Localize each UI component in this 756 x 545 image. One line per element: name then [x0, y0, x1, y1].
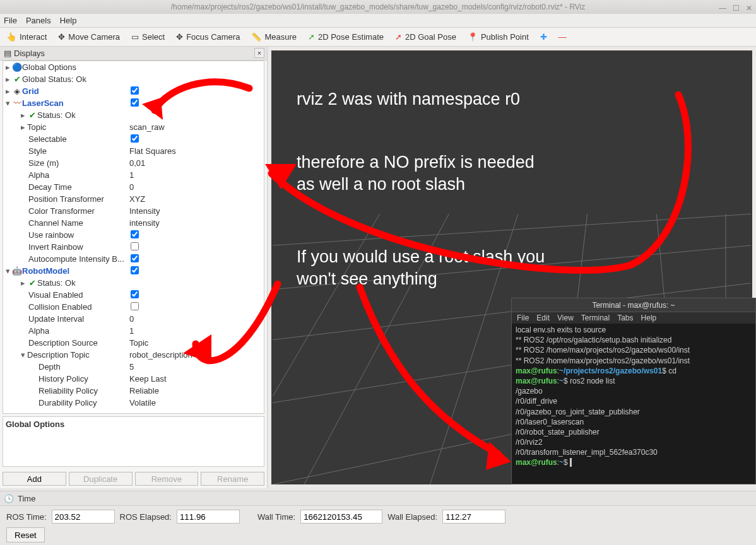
annotation-1: rviz 2 was with namespace r0 — [297, 88, 520, 110]
ros-elapsed-input[interactable] — [177, 510, 240, 524]
tree-laserscan[interactable]: ▾〰LaserScan — [3, 97, 264, 109]
term-menu-file[interactable]: File — [517, 314, 529, 322]
tree-ls-topic[interactable]: ▸Topicscan_raw — [3, 121, 264, 133]
tree-ls-style[interactable]: StyleFlat Squares — [3, 145, 264, 157]
term-menu-tabs[interactable]: Tabs — [617, 314, 633, 322]
tree-rm-update[interactable]: Update Interval0 — [3, 313, 264, 325]
menu-panels[interactable]: Panels — [26, 16, 51, 25]
tree-robotmodel[interactable]: ▾🤖RobotModel — [3, 265, 264, 277]
tree-ls-size[interactable]: Size (m)0,01 — [3, 157, 264, 169]
displays-header: ▤ Displays × — [0, 47, 267, 61]
term-menu-view[interactable]: View — [557, 314, 574, 322]
tree-global-options[interactable]: ▸🔵Global Options — [3, 61, 264, 73]
toolbar: 👆Interact ✥Move Camera ▭Select ✥Focus Ca… — [0, 28, 756, 47]
arrow-red-icon: ➚ — [395, 32, 402, 42]
tree-rm-reliability[interactable]: Reliability PolicyReliable — [3, 385, 264, 397]
visual-checkbox[interactable] — [131, 290, 139, 298]
tree-ls-invert[interactable]: Invert Rainbow — [3, 241, 264, 253]
tree-rm-durability[interactable]: Durability PolicyVolatile — [3, 397, 264, 409]
tree-ls-selectable[interactable]: Selectable — [3, 133, 264, 145]
displays-icon: ▤ — [4, 49, 11, 58]
remove-tool-button[interactable]: — — [558, 32, 567, 42]
ros-time-input[interactable] — [52, 510, 115, 524]
tree-ls-status[interactable]: ▸✔Status: Ok — [3, 109, 264, 121]
term-menu-edit[interactable]: Edit — [536, 314, 550, 322]
focus-icon: ✥ — [176, 32, 183, 42]
menubar: File Panels Help — [0, 14, 756, 28]
add-button[interactable]: Add — [3, 472, 66, 486]
terminal-window[interactable]: Terminal - max@rufus: ~ File Edit View T… — [511, 298, 756, 484]
remove-button[interactable]: Remove — [135, 472, 199, 486]
tree-rm-status[interactable]: ▸✔Status: Ok — [3, 277, 264, 289]
tree-ls-decay[interactable]: Decay Time0 — [3, 181, 264, 193]
tree-rm-topic[interactable]: ▾Description Topicrobot_description — [3, 349, 264, 361]
tree-rm-collision[interactable]: Collision Enabled — [3, 301, 264, 313]
tree-grid[interactable]: ▸◈Grid — [3, 85, 264, 97]
tree-rm-history[interactable]: History PolicyKeep Last — [3, 373, 264, 385]
reset-button[interactable]: Reset — [6, 527, 45, 542]
term-menu-terminal[interactable]: Terminal — [581, 314, 610, 322]
publish-point-button[interactable]: 📍Publish Point — [468, 32, 529, 42]
pin-icon: 📍 — [468, 32, 478, 42]
terminal-body[interactable]: local env.sh exits to source ** ROS2 /op… — [512, 324, 755, 469]
arrow-green-icon: ➚ — [308, 32, 315, 42]
tree-ls-rainbow[interactable]: Use rainbow — [3, 229, 264, 241]
tree-rm-depth[interactable]: Depth5 — [3, 361, 264, 373]
select-icon: ▭ — [131, 32, 139, 42]
cursor-icon: 👆 — [6, 32, 16, 42]
tree-rm-alpha[interactable]: Alpha1 — [3, 325, 264, 337]
panel-close-icon[interactable]: × — [254, 48, 264, 58]
tree-rm-visual[interactable]: Visual Enabled — [3, 289, 264, 301]
svg-line-0 — [273, 214, 751, 245]
interact-button[interactable]: 👆Interact — [6, 32, 47, 42]
tree-rm-src[interactable]: Description SourceTopic — [3, 337, 264, 349]
move-camera-button[interactable]: ✥Move Camera — [58, 32, 120, 42]
window-titlebar: /home/max/projects/ros2/gazebo/ws01/inst… — [0, 0, 756, 14]
add-tool-button[interactable]: ✚ — [540, 32, 547, 42]
menu-help[interactable]: Help — [60, 16, 77, 25]
svg-line-9 — [273, 214, 380, 396]
left-panel: ▤ Displays × ▸🔵Global Options ▸✔Global S… — [0, 47, 268, 488]
goal-pose-button[interactable]: ➚2D Goal Pose — [395, 32, 456, 42]
rainbow-checkbox[interactable] — [131, 230, 139, 238]
clock-icon: 🕓 — [4, 494, 14, 503]
detail-title: Global Options — [6, 419, 64, 429]
tree-ls-auto[interactable]: Autocompute Intensity B... — [3, 253, 264, 265]
ruler-icon: 📏 — [251, 32, 261, 42]
tree-ls-color[interactable]: Color TransformerIntensity — [3, 205, 264, 217]
tree-ls-channel[interactable]: Channel Nameintensity — [3, 217, 264, 229]
robotmodel-checkbox[interactable] — [131, 266, 139, 274]
collision-checkbox[interactable] — [131, 302, 139, 310]
rename-button[interactable]: Rename — [201, 472, 264, 486]
annotation-2: therefore a NO prefix is needed as well … — [297, 151, 535, 196]
tree-ls-alpha[interactable]: Alpha1 — [3, 169, 264, 181]
laserscan-checkbox[interactable] — [131, 98, 139, 107]
minimize-icon[interactable]: — — [719, 1, 726, 15]
displays-title: Displays — [14, 49, 45, 58]
duplicate-button[interactable]: Duplicate — [69, 472, 133, 486]
time-panel-header: 🕓 Time — [0, 491, 756, 506]
auto-checkbox[interactable] — [131, 254, 139, 262]
menu-file[interactable]: File — [4, 16, 17, 25]
wall-time-input[interactable] — [300, 510, 382, 524]
terminal-menubar: File Edit View Terminal Tabs Help — [512, 312, 755, 324]
tree-ls-pos[interactable]: Position TransformerXYZ — [3, 193, 264, 205]
close-icon[interactable]: ✕ — [746, 1, 752, 15]
displays-tree[interactable]: ▸🔵Global Options ▸✔Global Status: Ok ▸◈G… — [3, 61, 264, 414]
grid-checkbox[interactable] — [131, 86, 139, 95]
select-button[interactable]: ▭Select — [131, 32, 165, 42]
selectable-checkbox[interactable] — [131, 134, 139, 143]
invert-checkbox[interactable] — [131, 242, 139, 250]
tree-global-status[interactable]: ▸✔Global Status: Ok — [3, 73, 264, 85]
pose-estimate-button[interactable]: ➚2D Pose Estimate — [308, 32, 384, 42]
term-menu-help[interactable]: Help — [641, 314, 657, 322]
move-icon: ✥ — [58, 32, 65, 42]
measure-button[interactable]: 📏Measure — [251, 32, 297, 42]
focus-camera-button[interactable]: ✥Focus Camera — [176, 32, 240, 42]
wall-elapsed-input[interactable] — [442, 510, 505, 524]
maximize-icon[interactable]: ☐ — [733, 1, 740, 15]
window-title: /home/max/projects/ros2/gazebo/ws01/inst… — [171, 3, 586, 11]
wall-elapsed-label: Wall Elapsed: — [387, 512, 437, 522]
detail-panel: Global Options — [3, 416, 264, 467]
time-row: ROS Time: ROS Elapsed: Wall Time: Wall E… — [0, 506, 756, 527]
